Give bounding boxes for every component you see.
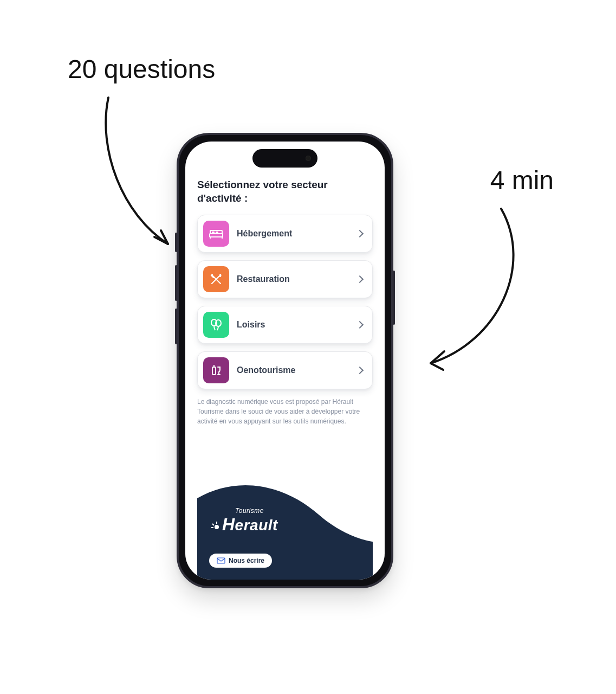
utensils-icon — [203, 266, 229, 292]
sector-label: Restauration — [237, 274, 349, 284]
logo-letter-h: H — [222, 515, 235, 535]
logo-main-text: erault — [235, 517, 278, 534]
phone-mute-switch — [175, 233, 177, 252]
herault-logo: Tourisme Herault — [210, 507, 278, 535]
sector-list: Hébergement Restauration — [197, 215, 373, 389]
callout-duration: 4 min — [490, 165, 554, 195]
phone-volume-down — [175, 309, 177, 344]
sector-item-loisirs[interactable]: Loisirs — [197, 306, 373, 344]
sector-item-oenotourisme[interactable]: Oenotourisme — [197, 351, 373, 389]
dynamic-island — [252, 149, 317, 168]
contact-label: Nous écrire — [229, 557, 264, 564]
chevron-right-icon — [356, 367, 364, 374]
svg-rect-14 — [217, 558, 225, 563]
mail-icon — [217, 557, 225, 564]
bed-icon — [203, 221, 229, 247]
svg-rect-1 — [210, 234, 223, 237]
svg-line-12 — [212, 524, 214, 525]
page-title: Sélectionnez votre secteur d'activité : — [197, 178, 373, 205]
sector-label: Oenotourisme — [237, 365, 349, 375]
logo-subtitle: Tourisme — [235, 507, 278, 515]
phone-volume-up — [175, 265, 177, 301]
sector-item-restauration[interactable]: Restauration — [197, 260, 373, 298]
app-description: Le diagnostic numérique vous est proposé… — [197, 397, 373, 426]
phone-power-button — [393, 271, 395, 325]
balloons-icon — [203, 312, 229, 338]
sector-label: Loisirs — [237, 320, 349, 330]
svg-rect-8 — [212, 367, 216, 375]
svg-rect-4 — [212, 232, 215, 233]
footer: Tourisme Herault — [197, 477, 373, 580]
sector-item-hebergement[interactable]: Hébergement — [197, 215, 373, 253]
arrow-left-icon — [73, 95, 181, 268]
svg-point-10 — [215, 525, 219, 529]
chevron-right-icon — [356, 230, 364, 237]
app-content: Sélectionnez votre secteur d'activité : — [185, 142, 385, 580]
arrow-right-icon — [412, 206, 536, 380]
callout-questions: 20 questions — [68, 54, 215, 84]
svg-rect-5 — [216, 232, 218, 233]
svg-rect-9 — [213, 365, 215, 368]
chevron-right-icon — [356, 275, 364, 283]
phone-frame: Sélectionnez votre secteur d'activité : — [177, 133, 393, 588]
wine-icon — [203, 357, 229, 383]
sun-icon — [210, 518, 221, 529]
chevron-right-icon — [356, 321, 364, 329]
phone-screen: Sélectionnez votre secteur d'activité : — [185, 142, 385, 580]
sector-label: Hébergement — [237, 229, 349, 239]
contact-button[interactable]: Nous écrire — [209, 554, 272, 568]
